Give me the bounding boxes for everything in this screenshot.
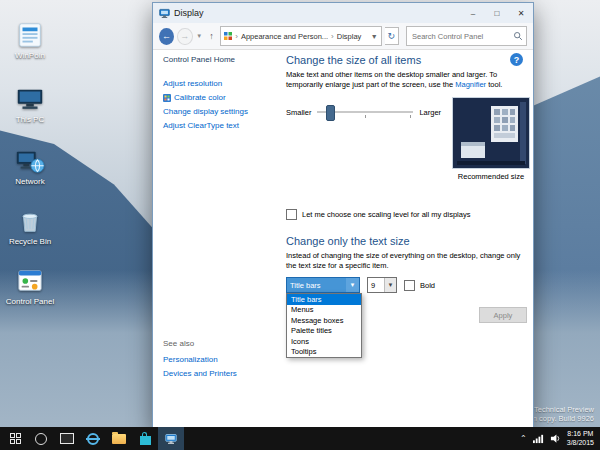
address-bar[interactable]: › Appearance and Person... › Display ▼ xyxy=(220,26,381,46)
window-titlebar[interactable]: Display – □ ✕ xyxy=(153,3,533,23)
desktop-icon-winpoin[interactable]: WinPoin xyxy=(2,20,58,60)
slider-tick xyxy=(365,115,366,118)
refresh-button[interactable]: ↻ xyxy=(385,27,399,45)
desktop-icon-recycle-bin[interactable]: Recycle Bin xyxy=(2,206,58,246)
see-also-heading: See also xyxy=(163,339,237,348)
task-view-icon xyxy=(60,433,74,444)
back-button[interactable]: ← xyxy=(159,28,174,45)
sidebar-link-label: Personalization xyxy=(163,353,218,367)
slider-thumb[interactable] xyxy=(326,105,335,121)
item-type-value: Title bars xyxy=(287,278,346,292)
window-controls: – □ ✕ xyxy=(461,3,533,23)
display-icon xyxy=(159,8,170,19)
file-explorer-button[interactable] xyxy=(106,427,132,450)
volume-icon[interactable] xyxy=(550,433,561,444)
up-button[interactable]: ↑ xyxy=(206,31,218,41)
desktop-icon-this-pc[interactable]: This PC xyxy=(2,84,58,124)
sidebar-link-label: Devices and Printers xyxy=(163,367,237,381)
dropdown-option-menus[interactable]: Menus xyxy=(287,305,361,316)
chevron-down-icon[interactable]: ▼ xyxy=(346,278,359,292)
forward-button[interactable]: → xyxy=(177,28,192,45)
screen: WinPoin This PC Network Recycle Bin Cont… xyxy=(0,0,600,450)
address-dropdown-icon[interactable]: ▼ xyxy=(371,33,378,40)
window-title: Display xyxy=(174,8,204,18)
sidebar-item-adjust-resolution[interactable]: Adjust resolution xyxy=(163,77,293,91)
display-window-taskbar-button[interactable] xyxy=(158,427,184,450)
dropdown-option-icons[interactable]: Icons xyxy=(287,336,361,347)
minimize-button[interactable]: – xyxy=(461,3,485,23)
sidebar-link-label: Adjust ClearType text xyxy=(163,119,239,133)
sidebar-item-devices-and-printers[interactable]: Devices and Printers xyxy=(163,367,237,381)
store-button[interactable] xyxy=(132,427,158,450)
bold-checkbox-label: Bold xyxy=(420,281,435,290)
sidebar-item-adjust-cleartype-text[interactable]: Adjust ClearType text xyxy=(163,119,293,133)
close-button[interactable]: ✕ xyxy=(509,3,533,23)
history-chevron-icon[interactable]: ▼ xyxy=(196,33,203,39)
maximize-button[interactable]: □ xyxy=(485,3,509,23)
taskbar-clock[interactable]: 8:16 PM 3/8/2015 xyxy=(567,430,594,447)
breadcrumb-separator: › xyxy=(235,32,238,41)
magnifier-link[interactable]: Magnifier xyxy=(455,80,486,89)
apply-button[interactable]: Apply xyxy=(479,307,527,323)
sidebar-item-personalization[interactable]: Personalization xyxy=(163,353,237,367)
calibrate-color-icon xyxy=(163,94,171,102)
internet-explorer-icon xyxy=(87,433,99,445)
desktop-icon-label: WinPoin xyxy=(2,51,58,60)
display-window: Display – □ ✕ ← → ▼ ↑ › Appearance and P… xyxy=(152,2,534,428)
font-size-value: 9 xyxy=(368,278,384,292)
start-button[interactable] xyxy=(2,427,28,450)
dropdown-option-message-boxes[interactable]: Message boxes xyxy=(287,315,361,326)
chevron-down-icon[interactable]: ▼ xyxy=(384,278,396,292)
page-title: Change the size of all items xyxy=(286,54,421,66)
system-tray: ⌃ 8:16 PM 3/8/2015 xyxy=(520,430,598,447)
sidebar-link-label: Change display settings xyxy=(163,105,248,119)
dropdown-option-tooltips[interactable]: Tooltips xyxy=(287,347,361,358)
taskbar-search-button[interactable] xyxy=(28,427,54,450)
control-panel-icon xyxy=(224,32,232,40)
size-slider-row: Smaller Larger xyxy=(286,104,441,120)
recycle-bin-icon xyxy=(15,206,45,236)
search-box[interactable] xyxy=(406,26,527,46)
scaling-checkbox-label: Let me choose one scaling level for all … xyxy=(302,210,470,219)
search-circle-icon xyxy=(35,433,47,445)
task-view-button[interactable] xyxy=(54,427,80,450)
internet-explorer-button[interactable] xyxy=(80,427,106,450)
document-icon xyxy=(15,20,45,50)
sidebar-link-label: Calibrate color xyxy=(174,91,226,105)
size-slider[interactable] xyxy=(317,104,413,120)
windows-logo-icon xyxy=(10,433,21,444)
scaling-checkbox[interactable] xyxy=(286,209,297,220)
sidebar-item-calibrate-color[interactable]: Calibrate color xyxy=(163,91,293,105)
tray-expand-chevron[interactable]: ⌃ xyxy=(520,435,527,443)
dropdown-option-title-bars[interactable]: Title bars xyxy=(287,294,361,305)
item-type-dropdown: Title bars Menus Message boxes Palette t… xyxy=(286,293,362,358)
main-content: Change the size of all items Make text a… xyxy=(286,49,526,427)
breadcrumb-separator: › xyxy=(331,32,334,41)
search-icon xyxy=(513,31,523,41)
size-description: Make text and other items on the desktop… xyxy=(286,70,524,90)
computer-icon xyxy=(15,84,45,114)
breadcrumb-segment-display[interactable]: Display xyxy=(337,32,362,41)
slider-smaller-label: Smaller xyxy=(286,108,311,117)
text-size-controls: Title bars ▼ 9 ▼ Bold xyxy=(286,277,435,293)
network-icon xyxy=(15,146,45,176)
desktop-icon-control-panel[interactable]: Control Panel xyxy=(2,266,58,306)
sidebar-see-also-section: See also Personalization Devices and Pri… xyxy=(163,339,237,381)
control-panel-icon xyxy=(15,266,45,296)
network-icon[interactable] xyxy=(533,433,544,444)
desktop-icon-label: Recycle Bin xyxy=(2,237,58,246)
text-size-heading: Change only the text size xyxy=(286,235,410,247)
dropdown-option-palette-titles[interactable]: Palette titles xyxy=(287,326,361,337)
sidebar: Control Panel Home Adjust resolution Cal… xyxy=(153,49,293,427)
breadcrumb-segment-appearance[interactable]: Appearance and Person... xyxy=(241,32,328,41)
folder-icon xyxy=(112,434,126,444)
desktop-icon-network[interactable]: Network xyxy=(2,146,58,186)
sidebar-item-control-panel-home[interactable]: Control Panel Home xyxy=(163,55,293,64)
taskbar: ⌃ 8:16 PM 3/8/2015 xyxy=(0,427,600,450)
search-input[interactable] xyxy=(410,31,511,42)
item-type-select[interactable]: Title bars ▼ xyxy=(286,277,360,293)
font-size-select[interactable]: 9 ▼ xyxy=(367,277,397,293)
clock-time: 8:16 PM xyxy=(567,430,594,439)
sidebar-item-change-display-settings[interactable]: Change display settings xyxy=(163,105,293,119)
bold-checkbox[interactable] xyxy=(404,280,415,291)
